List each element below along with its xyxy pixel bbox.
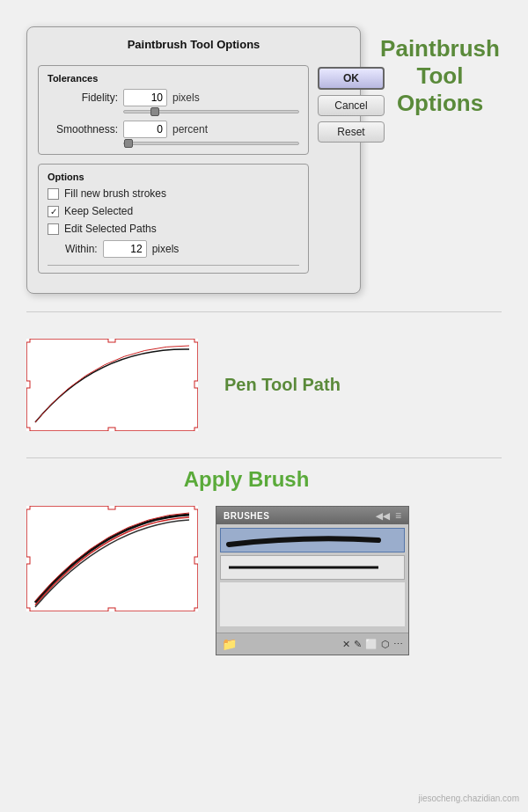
svg-rect-0 [26, 339, 198, 431]
smoothness-slider-thumb[interactable] [124, 139, 133, 148]
within-label: Within: [65, 243, 98, 255]
dialog-right-panel: OK Cancel Reset [318, 65, 385, 282]
brushes-footer: 📁 ✕ ✎ ⬜ ⬡ ⋯ [216, 633, 408, 655]
pen-tool-svg [26, 339, 198, 431]
svg-rect-13 [194, 608, 198, 611]
svg-rect-17 [194, 557, 198, 564]
within-unit: pixels [152, 243, 180, 255]
fidelity-slider-thumb[interactable] [150, 107, 159, 116]
smoothness-unit: percent [172, 123, 208, 135]
brush-stroke-1 [224, 532, 383, 548]
svg-rect-11 [194, 506, 198, 509]
pen-tool-title: Pen Tool Path [224, 375, 341, 395]
fidelity-label: Fidelity: [48, 91, 118, 104]
smoothness-row: Smoothness: percent [48, 121, 299, 138]
brushes-footer-left: 📁 [222, 637, 237, 651]
options-label: Options [48, 172, 299, 182]
svg-rect-6 [108, 428, 115, 431]
svg-rect-10 [26, 506, 30, 509]
brush-add-icon[interactable]: ⬡ [381, 639, 390, 650]
apply-brush-title: Apply Brush [0, 467, 502, 492]
within-input[interactable] [103, 240, 147, 258]
brushes-controls: ◀◀ ≡ [376, 509, 401, 522]
svg-rect-7 [26, 381, 30, 388]
fill-new-brush-row: Fill new brush strokes [48, 187, 299, 200]
edit-selected-row: Edit Selected Paths [48, 223, 299, 235]
svg-rect-14 [108, 506, 115, 509]
edit-selected-checkbox[interactable] [48, 223, 59, 235]
fill-new-brush-label: Fill new brush strokes [64, 187, 166, 200]
svg-rect-15 [108, 608, 115, 611]
svg-rect-12 [26, 608, 30, 611]
dialog-title: Paintbrush Tool Options [38, 38, 349, 55]
svg-rect-16 [26, 557, 30, 564]
pen-tool-canvas-container [26, 339, 198, 431]
delete-brush-icon[interactable]: ✕ [342, 639, 350, 650]
brushes-panel: BRUSHES ◀◀ ≡ [216, 506, 409, 655]
brush-applied-canvas-container [26, 506, 198, 611]
brushes-panel-title: BRUSHES [224, 511, 269, 521]
svg-rect-3 [26, 428, 30, 431]
svg-rect-5 [108, 339, 115, 342]
ok-button[interactable]: OK [318, 67, 385, 90]
brushes-list [216, 524, 408, 633]
brush-empty-area [220, 582, 405, 626]
reset-button[interactable]: Reset [318, 121, 385, 143]
fill-new-brush-checkbox[interactable] [48, 188, 59, 200]
brush-duplicate-icon[interactable]: ⬜ [365, 639, 378, 650]
brush-applied-svg [26, 506, 198, 611]
tolerances-label: Tolerances [48, 73, 299, 84]
fidelity-input[interactable] [123, 89, 167, 106]
label-line3: Options [397, 90, 483, 116]
dialog-section: Paintbrush Tool Options Tolerances Fidel… [0, 0, 528, 311]
keep-selected-row: ✓ Keep Selected [48, 205, 299, 217]
keep-selected-label: Keep Selected [64, 205, 133, 217]
brushes-collapse-icon[interactable]: ◀◀ [376, 511, 390, 521]
svg-rect-1 [26, 339, 30, 342]
brushes-footer-right: ✕ ✎ ⬜ ⬡ ⋯ [342, 639, 403, 650]
apply-brush-content: BRUSHES ◀◀ ≡ [26, 506, 502, 655]
new-brush-library-icon[interactable]: 📁 [222, 637, 237, 651]
options-group: Options Fill new brush strokes ✓ Keep Se… [38, 164, 309, 274]
dialog-body: Tolerances Fidelity: pixels Smoothness: … [38, 65, 349, 282]
svg-rect-4 [194, 428, 198, 431]
options-divider [48, 265, 299, 266]
paintbrush-dialog: Paintbrush Tool Options Tolerances Fidel… [26, 26, 361, 294]
keep-selected-checkbox[interactable]: ✓ [48, 206, 59, 217]
edit-selected-label: Edit Selected Paths [64, 223, 157, 235]
smoothness-slider-track[interactable] [123, 142, 299, 145]
brush-options-icon[interactable]: ✎ [354, 639, 362, 650]
brush-stroke-2 [224, 560, 383, 575]
smoothness-label: Smoothness: [48, 123, 118, 135]
smoothness-input[interactable] [123, 121, 167, 138]
brush-panel-options-icon[interactable]: ⋯ [393, 639, 403, 650]
fidelity-row: Fidelity: pixels [48, 89, 299, 106]
svg-rect-8 [194, 381, 198, 388]
brush-item-2[interactable] [220, 555, 405, 580]
label-line1: Paintbrush [380, 35, 500, 62]
cancel-button[interactable]: Cancel [318, 95, 385, 116]
brushes-menu-icon[interactable]: ≡ [395, 509, 401, 522]
svg-rect-2 [194, 339, 198, 342]
brush-item-1[interactable] [220, 528, 405, 552]
pen-tool-section: Pen Tool Path [0, 312, 528, 457]
paintbrush-options-label: Paintbrush Tool Options [378, 26, 502, 118]
watermark: jiesocheng.chazidian.com [418, 794, 519, 803]
fidelity-slider-track[interactable] [123, 110, 299, 113]
dialog-left-panel: Tolerances Fidelity: pixels Smoothness: … [38, 65, 309, 282]
tolerances-group: Tolerances Fidelity: pixels Smoothness: … [38, 65, 309, 155]
brushes-titlebar: BRUSHES ◀◀ ≡ [216, 507, 408, 524]
within-row: Within: pixels [48, 240, 299, 258]
apply-brush-section: Apply Brush [0, 458, 528, 673]
label-line2: Tool [417, 62, 464, 89]
fidelity-unit: pixels [172, 91, 200, 104]
